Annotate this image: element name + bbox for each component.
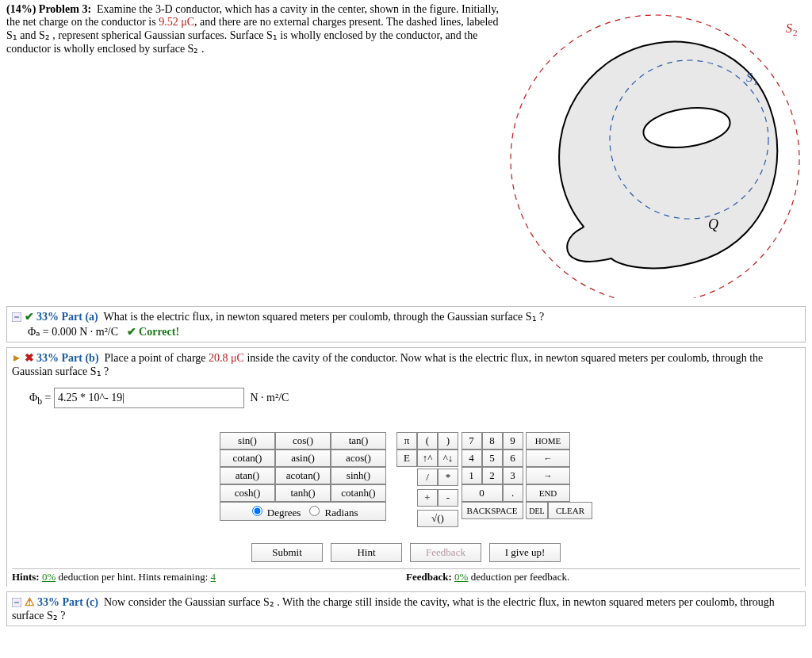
part-b-percent: 33% Part (b) xyxy=(36,352,99,364)
conductor-figure: S 1 S 2 Q xyxy=(508,3,806,301)
acos-key[interactable]: acos() xyxy=(331,450,386,467)
acotan-key[interactable]: acotan() xyxy=(275,467,331,484)
correct-label: ✔ Correct! xyxy=(127,326,180,338)
key-6[interactable]: 6 xyxy=(503,450,523,467)
backspace-key[interactable]: BACKSPACE xyxy=(462,502,523,519)
phi-b-label: Φb = xyxy=(29,392,51,404)
sub-key[interactable]: ^↓ xyxy=(438,450,458,467)
s2-label: S xyxy=(786,21,792,35)
collapse-icon[interactable] xyxy=(12,312,21,322)
minus-key[interactable]: - xyxy=(438,489,458,507)
q-label: Q xyxy=(708,216,718,232)
sinh-key[interactable]: sinh() xyxy=(331,467,386,484)
key-1[interactable]: 1 xyxy=(462,467,482,484)
check-icon: ✔ xyxy=(25,311,34,323)
clear-key[interactable]: CLEAR xyxy=(548,502,592,519)
tan-key[interactable]: tan() xyxy=(331,432,386,450)
e-key[interactable]: E xyxy=(396,450,417,467)
key-8[interactable]: 8 xyxy=(482,432,503,450)
plus-key[interactable]: + xyxy=(417,489,438,507)
key-3[interactable]: 3 xyxy=(503,467,523,484)
lparen-key[interactable]: ( xyxy=(417,432,438,450)
part-a-answer: Φₐ = 0.000 N · m²/C xyxy=(28,326,118,338)
answer-unit: N · m²/C xyxy=(250,392,289,404)
svg-text:1: 1 xyxy=(753,77,758,86)
feedback-info: Feedback: 0% deduction per feedback. xyxy=(406,571,800,583)
cosh-key[interactable]: cosh() xyxy=(220,484,275,502)
problem-header: (14%) Problem 3: xyxy=(6,3,91,15)
sqrt-key[interactable]: √() xyxy=(417,510,458,527)
part-a-question: What is the electric flux, in newton squ… xyxy=(104,311,545,323)
left-key[interactable]: ← xyxy=(526,450,570,467)
degrees-radio[interactable]: Degrees xyxy=(248,503,301,519)
x-icon: ✖ xyxy=(25,352,34,364)
key-2[interactable]: 2 xyxy=(482,467,503,484)
del-key[interactable]: DEL xyxy=(526,502,548,519)
part-a-percent: 33% Part (a) xyxy=(36,311,98,323)
part-c-percent: 33% Part (c) xyxy=(37,596,98,608)
atan-key[interactable]: atan() xyxy=(220,467,275,484)
submit-button[interactable]: Submit xyxy=(251,543,323,562)
s1-label: S xyxy=(746,71,753,84)
part-a-block: ✔ 33% Part (a) What is the electric flux… xyxy=(6,306,806,342)
sup-key[interactable]: ↑^ xyxy=(417,450,438,467)
div-key[interactable]: / xyxy=(417,469,438,486)
warning-icon: ⚠ xyxy=(25,596,35,608)
key-5[interactable]: 5 xyxy=(482,450,503,467)
answer-input[interactable] xyxy=(54,388,244,408)
pi-key[interactable]: π xyxy=(396,432,417,450)
key-0[interactable]: 0 xyxy=(462,484,503,502)
svg-marker-7 xyxy=(13,355,20,362)
giveup-button[interactable]: I give up! xyxy=(489,543,561,562)
problem-statement: (14%) Problem 3: Examine the 3-D conduct… xyxy=(6,3,500,301)
collapse-icon2[interactable] xyxy=(12,598,21,607)
home-key[interactable]: HOME xyxy=(526,432,570,450)
end-key[interactable]: END xyxy=(526,484,570,502)
radians-radio[interactable]: Radians xyxy=(305,503,358,519)
rparen-key[interactable]: ) xyxy=(438,432,458,450)
key-7[interactable]: 7 xyxy=(462,432,482,450)
key-4[interactable]: 4 xyxy=(462,450,482,467)
cotanh-key[interactable]: cotanh() xyxy=(331,484,386,502)
hint-button[interactable]: Hint xyxy=(331,543,402,562)
tanh-key[interactable]: tanh() xyxy=(275,484,331,502)
feedback-button[interactable]: Feedback xyxy=(410,543,481,562)
part-c-block: ⚠ 33% Part (c) Now consider the Gaussian… xyxy=(6,591,806,626)
svg-text:2: 2 xyxy=(793,28,798,37)
keypad: sin() cos() tan() cotan() asin() acos() … xyxy=(12,432,800,562)
expand-icon[interactable] xyxy=(12,354,21,363)
asin-key[interactable]: asin() xyxy=(275,450,331,467)
hints-info: Hints: 0% deduction per hint. Hints rema… xyxy=(12,571,406,583)
part-c-question: Now consider the Gaussian surface S₂ . W… xyxy=(12,596,775,622)
cos-key[interactable]: cos() xyxy=(275,432,331,450)
part-b-block: ✖ 33% Part (b) Place a point of charge 2… xyxy=(6,347,806,587)
key-9[interactable]: 9 xyxy=(503,432,523,450)
mul-key[interactable]: * xyxy=(438,469,458,486)
sin-key[interactable]: sin() xyxy=(220,432,275,450)
right-key[interactable]: → xyxy=(526,467,570,484)
key-dot[interactable]: . xyxy=(503,484,523,502)
cotan-key[interactable]: cotan() xyxy=(220,450,275,467)
